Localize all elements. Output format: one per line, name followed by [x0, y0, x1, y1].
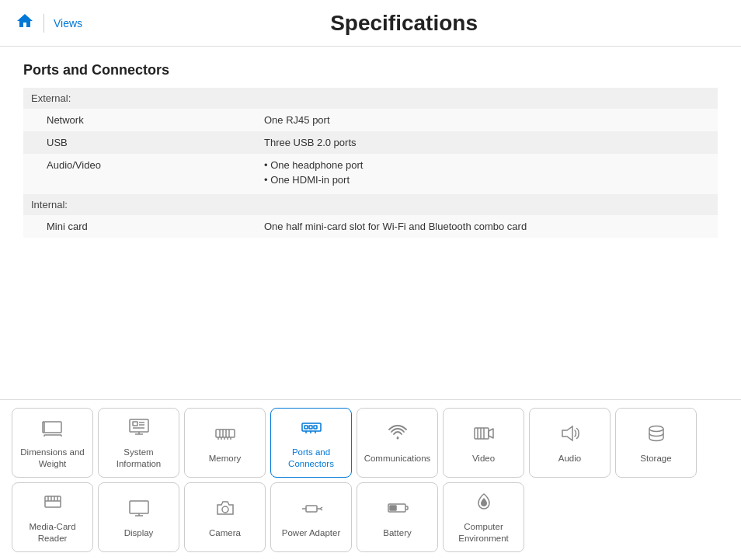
table-row: Mini card One half mini-card slot for Wi… [23, 215, 718, 238]
spec-table: External: Network One RJ45 port USB Thre… [23, 88, 718, 238]
main-content: Ports and Connectors External: Network O… [0, 47, 741, 253]
list-item: One HDMI-in port [264, 174, 710, 186]
internal-section-row: Internal: [23, 194, 718, 215]
row-label-network: Network [23, 109, 241, 131]
views-link[interactable]: Views [54, 17, 82, 30]
page-title: Specifications [82, 11, 725, 36]
table-row: USB Three USB 2.0 ports [23, 131, 718, 154]
external-label: External: [23, 88, 718, 109]
row-label-audiovideo: Audio/Video [23, 154, 241, 194]
row-value-usb: Three USB 2.0 ports [241, 131, 718, 154]
home-icon[interactable] [16, 12, 34, 35]
row-label-usb: USB [23, 131, 241, 154]
table-row: Audio/Video One headphone port One HDMI-… [23, 154, 718, 194]
row-value-audiovideo: One headphone port One HDMI-in port [241, 154, 718, 194]
list-item: One headphone port [264, 159, 710, 171]
header: Views Specifications [0, 0, 741, 47]
section-title: Ports and Connectors [23, 62, 718, 78]
header-home: Views [16, 12, 82, 35]
row-value-minicard: One half mini-card slot for Wi-Fi and Bl… [241, 215, 718, 238]
table-row: Network One RJ45 port [23, 109, 718, 131]
external-section-row: External: [23, 88, 718, 109]
row-value-network: One RJ45 port [241, 109, 718, 131]
internal-label: Internal: [23, 194, 718, 215]
header-divider [43, 14, 44, 33]
row-label-minicard: Mini card [23, 215, 241, 238]
